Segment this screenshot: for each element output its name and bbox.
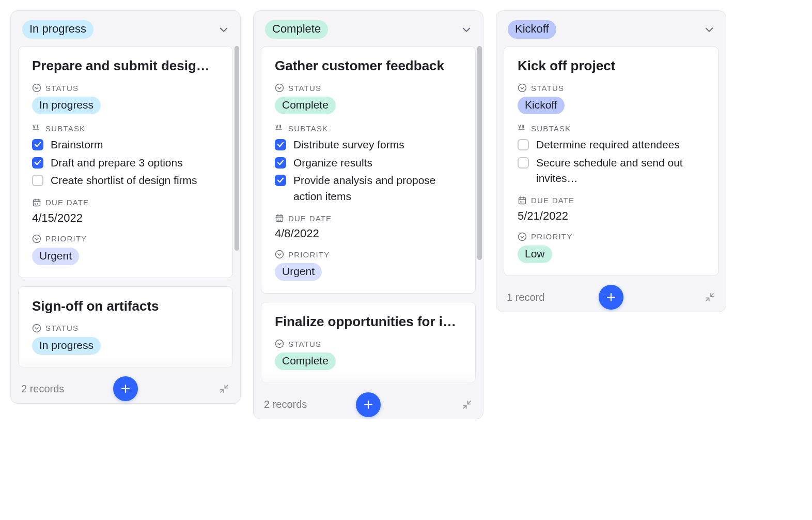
subtask-checkbox[interactable] [32, 157, 43, 169]
due-date-label-text: DUE DATE [45, 198, 89, 207]
add-record-button[interactable] [113, 376, 138, 401]
subtask-checkbox[interactable] [518, 157, 529, 169]
subtask-list: Distribute survey forms Organize results… [275, 137, 462, 204]
status-chip: Complete [275, 353, 336, 370]
subtask-checkbox[interactable] [32, 139, 43, 150]
collapse-icon[interactable] [461, 399, 473, 410]
priority-label-text: PRIORITY [45, 234, 87, 243]
subtask-label-text: SUBTASK [45, 124, 85, 133]
task-card[interactable]: Finalize opportunities for i… STATUS Com… [261, 302, 476, 383]
subtask-item: Draft and prepare 3 options [32, 155, 219, 171]
column-footer: 1 record [496, 284, 726, 312]
priority-chip: Urgent [275, 263, 322, 281]
status-label-text: STATUS [45, 324, 79, 332]
card-list: Prepare and submit desig… STATUS In prog… [18, 46, 233, 375]
priority-chip: Low [518, 246, 552, 263]
task-card[interactable]: Kick off project STATUS Kickoff SUBTASK … [504, 46, 719, 276]
due-date-label: DUE DATE [32, 198, 219, 207]
add-record-button[interactable] [356, 392, 381, 417]
status-chip: Complete [275, 97, 336, 114]
subtask-label: SUBTASK [275, 124, 462, 133]
subtask-text: Determine required attendees [536, 137, 680, 152]
priority-label-text: PRIORITY [531, 232, 572, 241]
status-label: STATUS [275, 339, 462, 348]
status-chip: In progress [32, 337, 101, 355]
subtask-item: Distribute survey forms [275, 137, 462, 152]
subtask-label-text: SUBTASK [531, 124, 571, 133]
scrollbar-thumb[interactable] [235, 46, 239, 250]
subtask-text: Create shortlist of design firms [51, 173, 197, 188]
due-date-value: 4/15/2022 [32, 211, 219, 225]
status-label: STATUS [32, 83, 219, 93]
column-header: In progress [11, 11, 240, 46]
collapse-icon[interactable] [218, 383, 230, 394]
status-label-text: STATUS [531, 84, 564, 93]
column-kickoff: Kickoff Kick off project STATUS Kickoff … [496, 10, 726, 312]
subtask-list: Determine required attendees Secure sche… [518, 137, 705, 186]
status-label-text: STATUS [288, 340, 321, 348]
status-label: STATUS [275, 83, 462, 93]
subtask-checkbox[interactable] [275, 175, 286, 186]
priority-chip: Urgent [32, 248, 79, 265]
card-title: Kick off project [518, 58, 705, 74]
subtask-item: Create shortlist of design firms [32, 173, 219, 188]
column-title-pill: Complete [265, 20, 328, 39]
subtask-checkbox[interactable] [32, 175, 43, 186]
priority-label: PRIORITY [32, 234, 219, 243]
subtask-item: Provide analysis and propose action item… [275, 173, 462, 204]
subtask-text: Organize results [293, 155, 372, 171]
subtask-label: SUBTASK [32, 124, 219, 133]
card-title: Finalize opportunities for i… [275, 314, 462, 330]
task-card[interactable]: Gather customer feedback STATUS Complete… [261, 46, 476, 294]
status-label: STATUS [32, 324, 219, 333]
record-count: 2 records [264, 399, 307, 410]
scrollbar-thumb[interactable] [477, 46, 482, 260]
task-card[interactable]: Prepare and submit desig… STATUS In prog… [18, 46, 233, 278]
subtask-text: Brainstorm [51, 137, 103, 152]
priority-label: PRIORITY [275, 250, 462, 259]
subtask-checkbox[interactable] [275, 157, 286, 169]
card-list: Kick off project STATUS Kickoff SUBTASK … [504, 46, 719, 276]
subtask-item: Secure schedule and send out invites… [518, 155, 705, 187]
subtask-text: Draft and prepare 3 options [51, 155, 183, 171]
status-label: STATUS [518, 83, 705, 93]
subtask-checkbox[interactable] [275, 139, 286, 150]
subtask-item: Determine required attendees [518, 137, 705, 152]
chevron-down-icon[interactable] [704, 24, 714, 35]
card-title: Prepare and submit desig… [32, 58, 219, 74]
subtask-item: Organize results [275, 155, 462, 171]
column-footer: 2 records [11, 376, 240, 403]
column-body: Gather customer feedback STATUS Complete… [254, 46, 483, 391]
card-title: Sign-off on artifacts [32, 298, 219, 314]
card-list: Gather customer feedback STATUS Complete… [261, 46, 476, 391]
chevron-down-icon[interactable] [218, 24, 229, 35]
column-header: Complete [254, 11, 483, 46]
subtask-text: Provide analysis and propose action item… [293, 173, 462, 204]
chevron-down-icon[interactable] [461, 24, 472, 35]
task-card[interactable]: Sign-off on artifacts STATUS In progress [18, 286, 233, 368]
subtask-item: Brainstorm [32, 137, 219, 152]
column-complete: Complete Gather customer feedback STATUS… [253, 10, 483, 419]
collapse-icon[interactable] [704, 292, 715, 303]
column-footer: 2 records [254, 391, 483, 419]
add-record-button[interactable] [599, 285, 623, 310]
card-title: Gather customer feedback [275, 58, 462, 74]
subtask-text: Secure schedule and send out invites… [536, 155, 705, 187]
subtask-label: SUBTASK [518, 124, 705, 133]
priority-label: PRIORITY [518, 232, 705, 241]
due-date-label-text: DUE DATE [288, 214, 332, 223]
record-count: 1 record [507, 292, 544, 303]
column-title-pill: In progress [22, 20, 93, 39]
status-chip: In progress [32, 97, 101, 114]
column-in progress: In progress Prepare and submit desig… ST… [10, 10, 241, 404]
column-title-pill: Kickoff [508, 20, 556, 39]
status-label-text: STATUS [45, 84, 79, 93]
due-date-value: 4/8/2022 [275, 227, 462, 240]
due-date-label: DUE DATE [275, 213, 462, 223]
due-date-value: 5/21/2022 [518, 209, 705, 223]
status-chip: Kickoff [518, 97, 565, 114]
record-count: 2 records [21, 383, 64, 395]
column-header: Kickoff [496, 11, 726, 46]
subtask-label-text: SUBTASK [288, 124, 328, 133]
subtask-checkbox[interactable] [518, 139, 529, 150]
